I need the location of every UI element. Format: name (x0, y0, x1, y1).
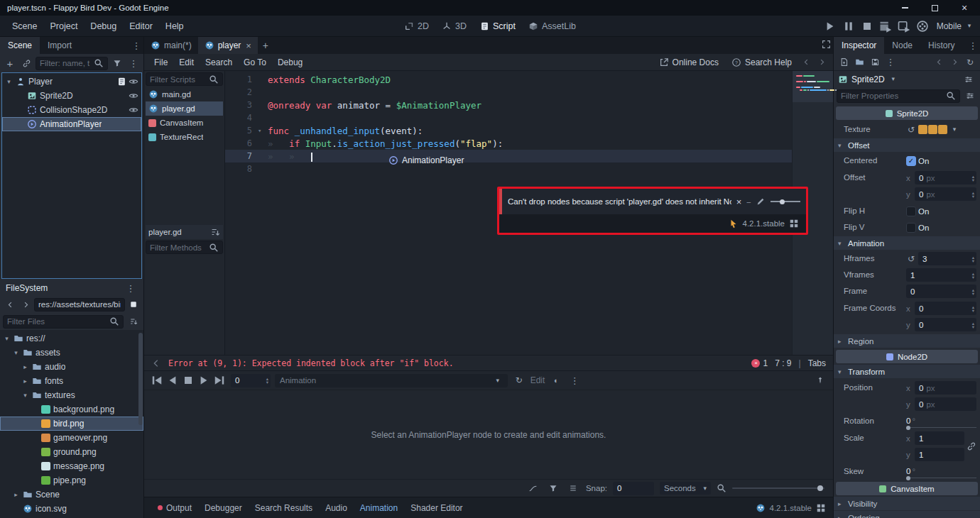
prev-object-button[interactable] (932, 55, 946, 70)
time-unit-dropdown[interactable]: Seconds ▾ (660, 482, 711, 495)
folder-scene[interactable]: ▸Scene (0, 487, 143, 502)
snap-spinbox[interactable] (613, 482, 654, 495)
texture-preview[interactable] (918, 125, 947, 134)
frame-spinbox[interactable]: ▴▾ (231, 374, 271, 387)
close-icon[interactable]: × (736, 197, 742, 207)
scrollbar[interactable] (138, 333, 143, 425)
script-item-texturerect[interactable]: TextureRect (146, 130, 223, 144)
layout-grid-icon[interactable] (816, 503, 826, 513)
scene-tree-menu-button[interactable]: ⋮ (126, 56, 141, 70)
class-header-sprite2d[interactable]: Sprite2D (836, 106, 978, 120)
close-button[interactable]: × (960, 4, 969, 12)
script-tab-main[interactable]: main(*) (144, 37, 198, 54)
script-item-player-gd[interactable]: player.gd (146, 101, 223, 116)
indent-type[interactable]: Tabs (808, 358, 826, 368)
spinner-arrows-icon[interactable]: ▴▾ (972, 175, 974, 182)
frame-input[interactable] (235, 376, 263, 385)
filter-tracks-icon[interactable] (546, 481, 560, 495)
class-header-node2d[interactable]: Node2D (836, 350, 978, 363)
slider-field[interactable]: 0° (906, 414, 976, 428)
eye-icon[interactable] (129, 105, 138, 115)
spinner-arrows-icon[interactable]: ▴▾ (972, 288, 974, 295)
tab-scene[interactable]: Scene (0, 37, 40, 54)
spinner-arrows-icon[interactable]: ▴▾ (972, 305, 974, 312)
play-scene-icon[interactable] (878, 19, 893, 33)
inspector-menu-button[interactable]: ⋮ (966, 38, 980, 53)
slider-knob[interactable] (906, 476, 910, 480)
minimize-button[interactable] (900, 4, 909, 12)
code-line-3[interactable]: 3@onready var animator = $AnimationPlaye… (225, 99, 833, 111)
menu-project[interactable]: Project (43, 19, 84, 33)
slider-field[interactable]: 0° (906, 465, 976, 478)
edited-object-row[interactable]: Sprite2D ▾ (834, 71, 980, 87)
tab-import[interactable]: Import (40, 37, 80, 54)
distraction-free-icon[interactable] (819, 37, 833, 51)
stop-icon[interactable] (181, 373, 195, 387)
filter-icon[interactable] (110, 56, 124, 70)
autoplay-icon[interactable]: ↻ (512, 373, 526, 387)
play-from-start-icon[interactable] (150, 373, 164, 387)
value-field[interactable]: 0px (915, 397, 976, 411)
group-animation[interactable]: ▾Animation (834, 236, 980, 250)
script-item-main-gd[interactable]: main.gd (146, 87, 223, 101)
collapse-arrow-icon[interactable]: ▾ (12, 349, 20, 356)
nav-forward-button[interactable] (18, 297, 33, 312)
collapse-arrow-icon[interactable]: ▾ (3, 335, 11, 342)
menu-help[interactable]: Help (159, 19, 190, 33)
filter-properties-input[interactable] (841, 92, 943, 100)
history-forward-button[interactable] (815, 55, 829, 70)
sort-methods-icon[interactable] (210, 227, 220, 237)
bezier-curve-icon[interactable] (526, 481, 540, 495)
collapse-arrow-icon[interactable]: ▾ (5, 78, 13, 85)
error-count-badge[interactable]: × 1 (751, 358, 768, 368)
group-visibility[interactable]: ▸Visibility (834, 497, 980, 510)
checkbox[interactable] (906, 223, 916, 233)
chevron-left-icon[interactable] (151, 358, 161, 368)
property-tools-icon[interactable] (963, 89, 977, 103)
mini-slider-knob[interactable] (780, 199, 785, 204)
workspace-3d[interactable]: 3D (442, 21, 467, 31)
resource-menu-button[interactable]: ⋮ (883, 55, 898, 70)
tab-node[interactable]: Node (884, 37, 920, 54)
eye-icon[interactable] (129, 91, 138, 101)
script-tab-player[interactable]: player× (198, 37, 258, 54)
instantiate-scene-button[interactable] (19, 56, 33, 70)
group-ordering[interactable]: ▸Ordering (834, 511, 980, 518)
scene-node-player[interactable]: ▾Player (2, 75, 141, 89)
expand-arrow-icon[interactable]: ▸ (21, 378, 29, 385)
bottom-panel-search-results[interactable]: Search Results (249, 497, 319, 518)
save-resource-icon[interactable] (868, 55, 882, 70)
search-help-button[interactable]: ? Search Help (726, 57, 797, 67)
spinner-arrows-icon[interactable]: ▴▾ (972, 191, 974, 198)
code-line-1[interactable]: 1extends CharacterBody2D (225, 73, 833, 86)
script-item-canvasitem[interactable]: CanvasItem (146, 116, 223, 130)
code-line-8[interactable]: 8 (225, 162, 833, 175)
code-line-7[interactable]: 7» » (225, 150, 833, 162)
spinner-arrows-icon[interactable]: ▴▾ (266, 377, 268, 384)
script-menu-debug[interactable]: Debug (272, 56, 308, 69)
filter-files-input[interactable] (7, 317, 107, 326)
code-line-6[interactable]: 6» if Input.is_action_just_pressed("flap… (225, 137, 833, 150)
fold-arrow-icon[interactable]: ▾ (258, 127, 268, 134)
play-icon[interactable] (823, 19, 837, 33)
file-background-png[interactable]: background.png (0, 402, 143, 417)
mini-slider[interactable] (771, 201, 800, 202)
track-list-icon[interactable] (566, 481, 580, 495)
value-field[interactable]: 0px (915, 381, 976, 395)
spinner-arrows-icon[interactable]: ▴▾ (972, 321, 974, 329)
spinner-arrows-icon[interactable]: ▴▾ (972, 255, 974, 263)
workspace-script[interactable]: Script (479, 21, 516, 31)
code-line-4[interactable]: 4 (225, 111, 833, 124)
file-message-png[interactable]: message.png (0, 459, 143, 473)
zoom-slider[interactable] (732, 487, 824, 489)
renderer-dropdown[interactable]: Mobile ▾ (937, 21, 974, 31)
play-from-end-icon[interactable] (212, 373, 227, 387)
value-field[interactable]: 0▴▾ (915, 318, 976, 331)
value-field[interactable]: 0▴▾ (915, 302, 976, 315)
edit-button[interactable]: Edit (530, 375, 545, 385)
tab-inspector[interactable]: Inspector (834, 37, 884, 54)
scene-node-animationplayer[interactable]: AnimationPlayer (2, 117, 141, 131)
history-icon[interactable]: ↻ (963, 55, 977, 70)
movie-icon[interactable] (915, 19, 930, 33)
scene-dock-menu-button[interactable]: ⋮ (129, 38, 143, 53)
